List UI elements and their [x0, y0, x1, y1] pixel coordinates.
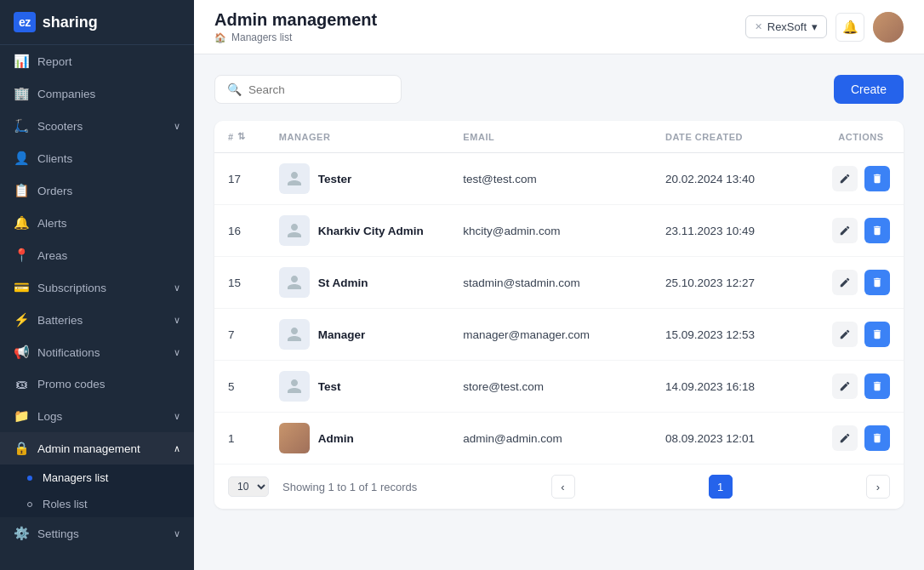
chevron-down-icon: ▾: [812, 20, 818, 33]
chevron-subscriptions: ∨: [174, 282, 180, 294]
table-row: 15 St Admin stadmin@stadmin.com 25.10.20…: [214, 257, 904, 309]
sidebar-item-label-clients: Clients: [37, 152, 72, 165]
chevron-batteries: ∨: [174, 315, 180, 326]
sidebar-item-report[interactable]: 📊 Report: [0, 45, 194, 77]
sidebar-item-alerts[interactable]: 🔔 Alerts: [0, 207, 194, 239]
sidebar-item-label-batteries: Batteries: [37, 314, 83, 327]
row-num-1: 1: [214, 413, 265, 465]
sidebar-item-subscriptions[interactable]: 💳 Subscriptions ∨: [0, 271, 194, 304]
edit-button-1[interactable]: [832, 425, 858, 451]
page-size-select[interactable]: 10 25 50: [228, 476, 269, 497]
sidebar-item-admin_management[interactable]: 🔒 Admin management ∧: [0, 432, 194, 465]
company-remove-icon: ✕: [755, 21, 762, 32]
row-email-7: manager@manager.com: [449, 309, 652, 361]
row-num-7: 7: [214, 309, 265, 361]
areas-icon: 📍: [14, 248, 29, 263]
delete-button-5[interactable]: [864, 373, 890, 399]
sort-icon: ⇅: [237, 131, 246, 142]
row-date-1: 08.09.2023 12:01: [652, 413, 818, 465]
sidebar-item-label-subscriptions: Subscriptions: [37, 282, 106, 294]
row-manager-17: Tester: [265, 153, 450, 205]
table-head: # ⇅ Manager Email Date Created Actions: [214, 121, 904, 153]
prev-page-button[interactable]: ‹: [551, 475, 575, 499]
alerts-icon: 🔔: [14, 215, 29, 231]
row-actions-7: [818, 309, 904, 361]
sidebar-item-label-settings: Settings: [37, 527, 79, 540]
edit-button-15[interactable]: [832, 270, 858, 295]
sidebar: ez sharing 📊 Report 🏢 Companies 🛴 Scoote…: [0, 0, 194, 570]
manager-name-5: Test: [318, 380, 341, 393]
sidebar-item-label-logs: Logs: [37, 410, 62, 423]
sidebar-item-label-notifications: Notifications: [37, 346, 100, 359]
sidebar-item-companies[interactable]: 🏢 Companies: [0, 77, 194, 110]
sidebar-item-clients[interactable]: 👤 Clients: [0, 142, 194, 174]
delete-button-17[interactable]: [864, 166, 890, 191]
notifications-button[interactable]: 🔔: [836, 13, 864, 42]
row-num-15: 15: [214, 257, 265, 309]
company-badge[interactable]: ✕ RexSoft ▾: [745, 15, 827, 38]
breadcrumb-label: Managers list: [231, 31, 292, 43]
avatar-image: [873, 12, 904, 43]
sidebar-item-batteries[interactable]: ⚡ Batteries ∨: [0, 304, 194, 336]
chevron-notifications: ∨: [174, 347, 180, 358]
sidebar-item-notifications[interactable]: 📢 Notifications ∨: [0, 336, 194, 368]
edit-button-16[interactable]: [832, 218, 858, 243]
row-email-17: test@test.com: [449, 153, 652, 205]
delete-button-16[interactable]: [864, 218, 890, 243]
logo-text: sharing: [43, 14, 98, 31]
delete-button-1[interactable]: [864, 425, 890, 451]
col-manager: Manager: [265, 121, 450, 153]
pagination-info: Showing 1 to 1 of 1 records: [282, 481, 417, 493]
next-page-button[interactable]: ›: [866, 475, 890, 499]
sidebar-item-promo_codes[interactable]: 🎟 Promo codes: [0, 368, 194, 400]
scooters-icon: 🛴: [14, 118, 29, 134]
header-right: ✕ RexSoft ▾ 🔔: [745, 12, 904, 43]
subscriptions-icon: 💳: [14, 280, 29, 295]
col-date-created: Date Created: [652, 121, 818, 153]
sub-label-roles_list: Roles list: [43, 498, 88, 510]
edit-button-7[interactable]: [832, 322, 858, 347]
search-input[interactable]: [248, 83, 389, 96]
sidebar-item-scooters[interactable]: 🛴 Scooters ∨: [0, 110, 194, 142]
manager-avatar-15: [279, 267, 310, 298]
table-row: 1 Admin admin@admin.com 08.09.2023 12:01: [214, 413, 904, 465]
bell-icon: 🔔: [842, 20, 858, 35]
sidebar-sub-item-roles_list[interactable]: Roles list: [0, 491, 194, 517]
row-num-16: 16: [214, 205, 265, 257]
manager-avatar-5: [279, 371, 310, 402]
num-sort[interactable]: # ⇅: [228, 131, 252, 142]
sub-label-managers_list: Managers list: [43, 471, 108, 484]
sidebar-item-areas[interactable]: 📍 Areas: [0, 239, 194, 271]
sidebar-item-orders[interactable]: 📋 Orders: [0, 174, 194, 207]
main-area: Admin management 🏠 Managers list ✕ RexSo…: [194, 0, 924, 570]
sub-dot-roles_list: [27, 502, 32, 507]
sidebar-item-label-admin_management: Admin management: [37, 442, 140, 455]
managers-table-container: # ⇅ Manager Email Date Created Actions 1…: [214, 121, 904, 509]
sidebar-sub-item-managers_list[interactable]: Managers list: [0, 465, 194, 491]
delete-button-7[interactable]: [864, 322, 890, 347]
row-manager-5: Test: [265, 361, 450, 413]
manager-avatar-16: [279, 215, 310, 246]
col-num: # ⇅: [214, 121, 265, 153]
sidebar-item-logs[interactable]: 📁 Logs ∨: [0, 400, 194, 432]
manager-name-1: Admin: [318, 432, 354, 445]
row-date-15: 25.10.2023 12:27: [652, 257, 818, 309]
row-num-5: 5: [214, 361, 265, 413]
edit-button-17[interactable]: [832, 166, 858, 191]
col-actions: Actions: [818, 121, 904, 153]
sidebar-item-settings[interactable]: ⚙️ Settings ∨: [0, 517, 194, 550]
table-row: 7 Manager manager@manager.com 15.09.2023…: [214, 309, 904, 361]
sub-dot-managers_list: [27, 476, 32, 481]
sidebar-item-label-alerts: Alerts: [37, 217, 67, 230]
page-1-button[interactable]: 1: [709, 475, 733, 499]
delete-button-15[interactable]: [864, 270, 890, 295]
table-row: 16 Kharkiv City Admin khcity@admin.com 2…: [214, 205, 904, 257]
manager-avatar-17: [279, 163, 310, 194]
manager-avatar-img-1: [279, 423, 310, 453]
edit-button-5[interactable]: [832, 373, 858, 399]
create-button[interactable]: Create: [834, 75, 904, 104]
search-box[interactable]: 🔍: [214, 75, 402, 104]
sidebar-item-label-companies: Companies: [37, 88, 95, 100]
row-actions-17: [818, 153, 904, 205]
avatar[interactable]: [873, 12, 904, 43]
